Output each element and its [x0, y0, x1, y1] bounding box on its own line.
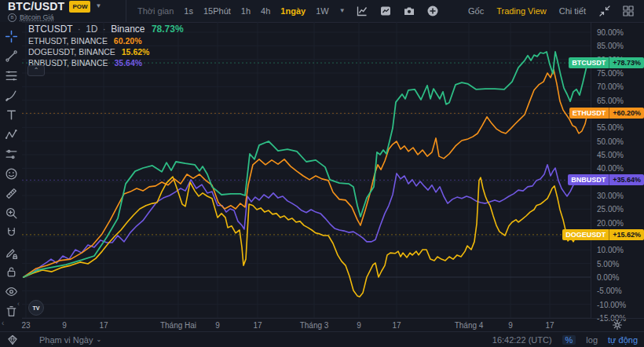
- log-scale-button[interactable]: log: [586, 335, 598, 345]
- interval-1h[interactable]: 1h: [241, 6, 251, 16]
- indicators-icon[interactable]: [379, 5, 392, 17]
- header-right-tabs: Gốc Trading View Chi tiết: [468, 0, 644, 22]
- tab-chi-tiet[interactable]: Chi tiết: [559, 6, 586, 16]
- chevron-down-icon[interactable]: ▼: [95, 3, 101, 9]
- remove-drawings-icon[interactable]: [5, 305, 18, 318]
- time-axis-label: 17: [99, 321, 108, 330]
- interval-1s[interactable]: 1s: [184, 6, 193, 16]
- price-axis-label: 40.00%: [597, 164, 624, 173]
- legend-main-value: 78.73%: [152, 24, 184, 35]
- time-axis-collapse-icon[interactable]: ‹: [2, 319, 4, 327]
- collapse-icon[interactable]: [598, 5, 611, 17]
- axis-settings-corner[interactable]: [591, 318, 644, 331]
- price-axis-label: 55.00%: [597, 123, 624, 132]
- trend-line-icon[interactable]: [5, 49, 18, 63]
- lock-all-icon[interactable]: [5, 265, 18, 279]
- legend-label: ETHUSDT, BINANCE: [28, 36, 108, 46]
- interval-more-chevron-icon[interactable]: ▼: [339, 8, 346, 14]
- symbol-block[interactable]: BTC/USDT POW ▼ B Bitcoin Giá: [0, 0, 126, 22]
- price-axis-label: -10.00%: [597, 301, 626, 309]
- interval-15m[interactable]: 15Phút: [203, 6, 231, 16]
- time-axis-label: 9: [62, 321, 67, 330]
- magnet-icon[interactable]: [5, 226, 18, 239]
- date-range-selector[interactable]: Phạm vi Ngày ⌄: [39, 335, 101, 345]
- tradingview-logo[interactable]: TV: [28, 300, 44, 316]
- legend-separator: ·: [78, 24, 81, 35]
- interval-1w[interactable]: 1W: [316, 6, 329, 16]
- badge-value: +78.73%: [609, 57, 644, 68]
- price-axis-label: 0.00%: [597, 273, 619, 282]
- price-axis[interactable]: 90.00%85.00%80.00%75.00%70.00%65.00%60.0…: [591, 22, 644, 318]
- price-axis-label: 10.00%: [597, 246, 624, 254]
- time-axis-label: 9: [215, 321, 220, 330]
- price-axis-label: 25.00%: [597, 205, 624, 214]
- badge-symbol: BTCUSDT: [569, 57, 609, 68]
- coin-price-link[interactable]: Bitcoin Giá: [20, 13, 54, 21]
- price-axis-label: 75.00%: [597, 69, 624, 78]
- drawing-lock-icon[interactable]: [5, 246, 18, 259]
- badge-symbol: ETHUSDT: [569, 108, 609, 119]
- zoom-in-icon[interactable]: [5, 206, 18, 220]
- add-icon[interactable]: [426, 5, 439, 17]
- badge-value: +15.62%: [609, 229, 644, 240]
- time-axis-label: 9: [357, 321, 361, 330]
- gear-icon[interactable]: [611, 319, 624, 331]
- legend-row-doge[interactable]: DOGEUSDT, BINANCE 15.62%: [28, 46, 184, 57]
- ruler-icon[interactable]: [5, 187, 18, 200]
- legend-value: 35.64%: [114, 58, 142, 68]
- price-axis-label: 90.00%: [597, 28, 624, 37]
- chart-style-icon[interactable]: [356, 5, 368, 17]
- interval-4h[interactable]: 4h: [261, 6, 270, 16]
- percent-scale-button[interactable]: %: [562, 335, 576, 345]
- badge-value: +35.64%: [609, 174, 644, 185]
- legend-main-exchange: Binance: [111, 24, 145, 35]
- time-axis-label: 17: [545, 321, 554, 330]
- chart-header: BTC/USDT POW ▼ B Bitcoin Giá Thời gian 1…: [0, 0, 644, 23]
- brush-icon[interactable]: [5, 89, 18, 102]
- price-axis-label: 85.00%: [597, 42, 624, 50]
- time-axis-label: 17: [392, 321, 401, 330]
- price-badge-dogeusdt: DOGEUSDT+15.62%: [562, 229, 644, 240]
- position-icon[interactable]: [5, 148, 18, 161]
- legend-row-bnb[interactable]: BNBUSDT, BINANCE 35.64%: [28, 57, 184, 68]
- auto-scale-button[interactable]: tự động: [608, 335, 638, 345]
- price-axis-label: 70.00%: [597, 82, 624, 91]
- legend-collapse-button[interactable]: ⌃: [27, 65, 45, 76]
- legend-row-eth[interactable]: ETHUSDT, BINANCE 60.20%: [28, 35, 184, 46]
- fib-lines-icon[interactable]: [5, 69, 18, 82]
- layout-grid-icon[interactable]: [622, 5, 635, 17]
- chart-legend: BTCUSDT · 1D · Binance 78.73% ETHUSDT, B…: [28, 24, 184, 68]
- interval-1d[interactable]: 1ngày: [280, 6, 306, 16]
- diamond-logo-icon[interactable]: [6, 334, 19, 346]
- time-axis[interactable]: 23917Tháng Hai917Tháng 3917Tháng 4917: [22, 318, 591, 332]
- price-axis-label: 65.00%: [597, 97, 624, 105]
- price-axis-label: 50.00%: [597, 137, 624, 146]
- legend-label: DOGEUSDT, BINANCE: [28, 47, 115, 57]
- price-axis-label: -5.00%: [597, 287, 622, 295]
- tab-goc[interactable]: Gốc: [468, 6, 484, 16]
- tab-trading-view[interactable]: Trading View: [496, 6, 547, 16]
- emoji-icon[interactable]: [5, 167, 18, 181]
- clock-utc[interactable]: 16:42:22 (UTC): [492, 335, 552, 345]
- hide-drawings-icon[interactable]: [5, 285, 18, 298]
- price-badge-bnbusdt: BNBUSDT+35.64%: [568, 174, 644, 185]
- legend-main-symbol: BTCUSDT: [28, 24, 72, 35]
- legend-value: 15.62%: [122, 47, 150, 57]
- legend-main-interval: 1D: [86, 24, 97, 35]
- legend-main-row[interactable]: BTCUSDT · 1D · Binance 78.73%: [28, 24, 184, 35]
- trading-chart-window: BTC/USDT POW ▼ B Bitcoin Giá Thời gian 1…: [0, 0, 644, 347]
- camera-icon[interactable]: [403, 5, 415, 17]
- time-label: Thời gian: [137, 6, 174, 16]
- xabcd-pattern-icon[interactable]: [5, 128, 18, 141]
- time-axis-label: Tháng Hai: [160, 321, 196, 330]
- drawing-toolbar-collapse-icon[interactable]: ‹: [17, 300, 20, 308]
- drawing-toolbar: [0, 22, 22, 318]
- date-range-label: Phạm vi Ngày: [39, 335, 93, 345]
- pow-tag-badge: POW: [69, 1, 90, 13]
- bottom-status-bar: Phạm vi Ngày ⌄ 16:42:22 (UTC) % log tự đ…: [0, 331, 644, 347]
- legend-separator: ·: [103, 24, 106, 35]
- crosshair-icon[interactable]: [5, 30, 18, 43]
- time-axis-label: 17: [253, 321, 262, 330]
- price-axis-label: 20.00%: [597, 219, 624, 228]
- text-icon[interactable]: [5, 108, 18, 122]
